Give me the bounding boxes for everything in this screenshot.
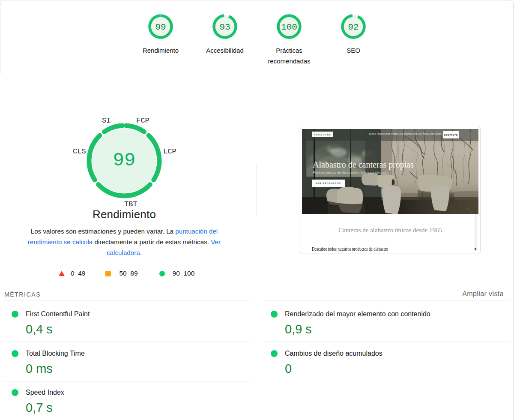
- svg-text:100: 100: [281, 22, 297, 32]
- svg-text:93: 93: [219, 22, 230, 32]
- svg-text:99: 99: [113, 150, 136, 171]
- svg-text:92: 92: [348, 22, 359, 32]
- svg-text:99: 99: [155, 22, 166, 32]
